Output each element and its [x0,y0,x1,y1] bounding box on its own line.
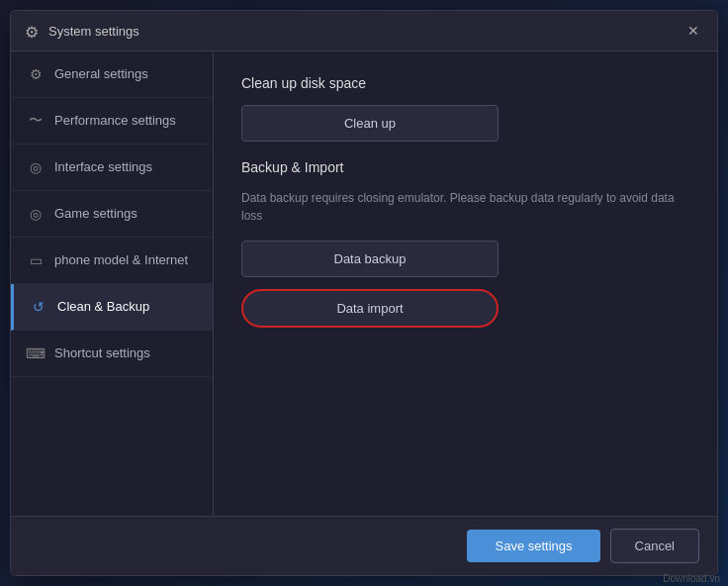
backup-section: Backup & Import Data backup requires clo… [241,159,689,328]
shortcut-icon: ⌨ [27,344,45,362]
sidebar-item-clean-backup[interactable]: ↺ Clean & Backup [11,284,213,331]
sidebar-label-interface: Interface settings [54,159,152,176]
backup-section-title: Backup & Import [241,159,689,175]
save-settings-button[interactable]: Save settings [467,530,599,562]
footer: Save settings Cancel [11,516,717,575]
sidebar-item-phone-model[interactable]: ▭ phone model & Internet [11,238,213,284]
sidebar-item-game[interactable]: ◎ Game settings [11,191,213,238]
main-content-area: Clean up disk space Clean up Backup & Im… [214,51,717,516]
sidebar-label-phone-model: phone model & Internet [54,252,188,269]
system-settings-dialog: ⚙ System settings ✕ ⚙ General settings 〜… [10,10,718,576]
backup-description: Data backup requires closing emulator. P… [241,189,689,225]
watermark: Download.vn [663,573,720,584]
interface-icon: ◎ [27,158,45,176]
sidebar-item-general[interactable]: ⚙ General settings [11,51,213,98]
sidebar-item-performance[interactable]: 〜 Performance settings [11,98,213,145]
sidebar-label-shortcut: Shortcut settings [54,345,150,362]
sidebar-label-clean-backup: Clean & Backup [57,299,149,316]
performance-icon: 〜 [27,112,45,130]
dialog-title: System settings [48,24,683,39]
title-bar: ⚙ System settings ✕ [11,11,717,51]
data-import-button[interactable]: Data import [241,289,499,328]
cleanup-section-title: Clean up disk space [241,75,689,91]
sidebar-item-interface[interactable]: ◎ Interface settings [11,145,213,191]
sidebar-label-general: General settings [54,66,148,83]
cleanup-button[interactable]: Clean up [241,105,499,142]
general-icon: ⚙ [27,65,45,83]
sidebar-label-performance: Performance settings [54,113,176,130]
content-area: ⚙ General settings 〜 Performance setting… [11,51,717,516]
backup-icon: ↺ [30,298,47,316]
data-backup-button[interactable]: Data backup [241,241,499,277]
close-button[interactable]: ✕ [683,21,703,41]
settings-gear-icon: ⚙ [25,23,41,39]
game-icon: ◎ [27,205,45,223]
sidebar: ⚙ General settings 〜 Performance setting… [11,51,214,516]
sidebar-item-shortcut[interactable]: ⌨ Shortcut settings [11,331,213,377]
sidebar-label-game: Game settings [54,206,137,223]
cancel-button[interactable]: Cancel [610,529,699,563]
phone-icon: ▭ [27,251,45,269]
